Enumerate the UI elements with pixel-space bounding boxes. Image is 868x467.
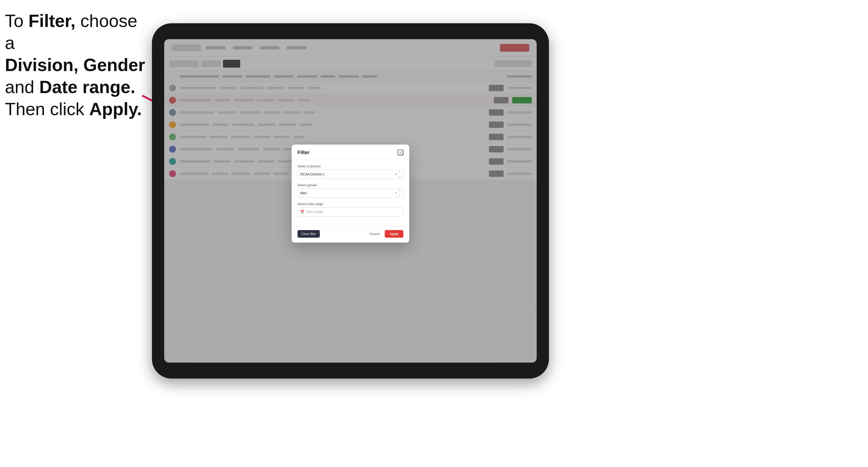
instruction-bold-apply: Apply. [89, 99, 142, 119]
instruction-bold-division-gender: Division, Gender [5, 55, 145, 75]
division-select-icons: × ⌃⌄ [395, 171, 401, 178]
instruction-bold-date: Date range. [39, 77, 135, 97]
instruction-bold-filter: Filter, [28, 11, 75, 31]
modal-footer: Clear filter Cancel Apply [291, 226, 409, 243]
gender-value: Men [300, 191, 395, 195]
date-input[interactable]: 📅 Pick a date [298, 207, 403, 217]
modal-body: Select a division NCAA Division I × ⌃⌄ S… [291, 159, 409, 226]
gender-form-group: Select gender Men × ⌃⌄ [298, 183, 403, 198]
tablet-frame: Filter × Select a division NCAA Division… [152, 23, 549, 378]
modal-backdrop: Filter × Select a division NCAA Division… [164, 39, 537, 363]
cancel-button[interactable]: Cancel [366, 230, 382, 238]
instruction-line4: Then click Apply. [5, 99, 142, 119]
gender-select[interactable]: Men × ⌃⌄ [298, 188, 403, 198]
calendar-icon: 📅 [300, 210, 304, 214]
division-arrow-icon: ⌃⌄ [398, 171, 401, 178]
gender-clear-icon[interactable]: × [395, 191, 397, 195]
gender-label: Select gender [298, 183, 403, 187]
date-form-group: Select Date range 📅 Pick a date [298, 202, 403, 217]
division-clear-icon[interactable]: × [395, 172, 397, 176]
division-form-group: Select a division NCAA Division I × ⌃⌄ [298, 164, 403, 179]
modal-title: Filter [298, 150, 310, 155]
footer-right-actions: Cancel Apply [366, 230, 403, 238]
date-placeholder: Pick a date [306, 210, 323, 214]
division-label: Select a division [298, 164, 403, 168]
instruction-line3: and Date range. [5, 77, 135, 97]
division-select[interactable]: NCAA Division I × ⌃⌄ [298, 169, 403, 179]
filter-modal: Filter × Select a division NCAA Division… [291, 145, 409, 243]
gender-arrow-icon: ⌃⌄ [398, 190, 401, 196]
instruction-text: To Filter, choose a Division, Gender and… [5, 10, 147, 120]
modal-header: Filter × [291, 145, 409, 159]
gender-select-icons: × ⌃⌄ [395, 190, 401, 196]
apply-button[interactable]: Apply [385, 230, 403, 238]
date-label: Select Date range [298, 202, 403, 206]
clear-filter-button[interactable]: Clear filter [298, 230, 320, 238]
division-value: NCAA Division I [300, 172, 395, 176]
tablet-screen: Filter × Select a division NCAA Division… [164, 39, 537, 363]
instruction-line1: To Filter, choose a [5, 11, 137, 53]
modal-close-button[interactable]: × [398, 150, 403, 155]
